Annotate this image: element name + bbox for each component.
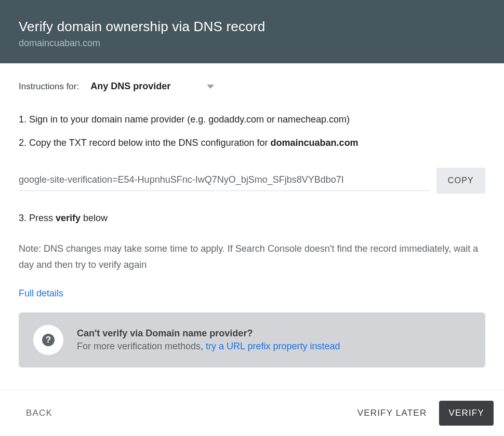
dialog-header: Verify domain ownership via DNS record d…: [0, 0, 504, 63]
step-2-prefix: 2. Copy the TXT record below into the DN…: [19, 138, 271, 148]
dialog-title: Verify domain ownership via DNS record: [19, 19, 485, 35]
alternative-title: Can't verify via Domain name provider?: [77, 328, 340, 339]
dns-provider-select[interactable]: Any DNS provider: [90, 81, 214, 92]
step-3-bold: verify: [56, 213, 81, 223]
dns-provider-selected: Any DNS provider: [90, 81, 170, 92]
step-2-domain: domaincuaban.com: [271, 138, 359, 148]
dns-note: Note: DNS changes may take some time to …: [19, 241, 485, 272]
step-3: 3. Press verify below: [19, 211, 485, 225]
footer-right: VERIFY LATER VERIFY: [354, 401, 494, 426]
chevron-down-icon: [207, 85, 214, 89]
alternative-box: ? Can't verify via Domain name provider?…: [19, 312, 485, 367]
footer-left: BACK: [23, 403, 56, 424]
dialog-content: Instructions for: Any DNS provider 1. Si…: [0, 63, 504, 367]
help-circle: ?: [33, 325, 63, 355]
dialog-subtitle-domain: domaincuaban.com: [19, 38, 485, 49]
instructions-row: Instructions for: Any DNS provider: [19, 81, 485, 92]
txt-record-row: COPY: [19, 168, 485, 194]
alternative-body: For more verification methods, try a URL…: [77, 341, 340, 352]
instructions-label: Instructions for:: [19, 81, 79, 92]
txt-record-field[interactable]: [19, 170, 430, 191]
dialog-footer: BACK VERIFY LATER VERIFY: [0, 390, 504, 436]
step-3-suffix: below: [81, 213, 108, 223]
url-prefix-link[interactable]: try a URL prefix property instead: [206, 341, 340, 351]
question-icon: ?: [42, 334, 55, 346]
back-button[interactable]: BACK: [23, 403, 56, 424]
step-3-prefix: 3. Press: [19, 213, 56, 223]
copy-button[interactable]: COPY: [436, 168, 485, 194]
alternative-text: Can't verify via Domain name provider? F…: [77, 328, 340, 352]
step-1: 1. Sign in to your domain name provider …: [19, 113, 485, 127]
verify-button[interactable]: VERIFY: [439, 401, 494, 426]
verify-later-button[interactable]: VERIFY LATER: [354, 403, 430, 424]
alternative-body-prefix: For more verification methods,: [77, 341, 206, 351]
step-2: 2. Copy the TXT record below into the DN…: [19, 136, 485, 150]
full-details-link[interactable]: Full details: [19, 288, 63, 299]
